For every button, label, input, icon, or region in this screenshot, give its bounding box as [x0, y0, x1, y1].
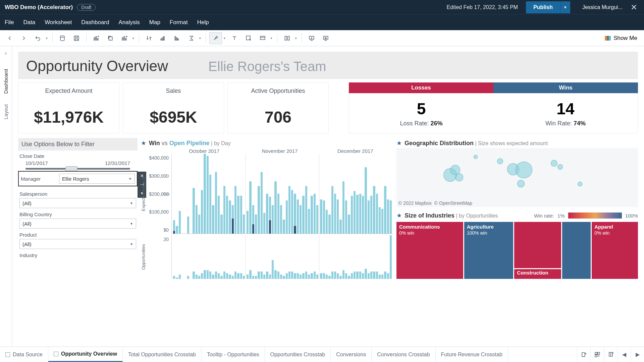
svg-rect-16 [260, 36, 265, 40]
losses-header: Losses [349, 82, 493, 93]
user-name[interactable]: Jessica Murgui... [582, 4, 623, 10]
filter-manager-selected[interactable]: Manager Ellie Rogers▼ ✕ ⊣ ▾ [18, 171, 138, 186]
tab-conversions[interactable]: Conversions [331, 347, 372, 362]
show-cards-icon[interactable] [281, 32, 293, 44]
show-me-button[interactable]: Show Me [601, 35, 641, 42]
publish-button[interactable]: Publish [526, 1, 560, 13]
star-icon: ★ [396, 139, 402, 147]
menu-file[interactable]: File [5, 19, 14, 26]
opportunities-bars[interactable] [171, 235, 393, 279]
show-cards-dropdown-icon[interactable]: ▾ [293, 37, 298, 40]
win-pipeline-chart[interactable]: ★ Win vs Open Pipeline | by Day October … [141, 138, 393, 279]
kpi-losses-wins[interactable]: Losses Wins 5 Loss Rate: 26% 14 Win Rate… [349, 82, 638, 133]
svg-rect-9 [161, 39, 162, 40]
duplicate-icon[interactable] [104, 32, 117, 44]
side-tab-dashboard[interactable]: Dashboard [3, 64, 9, 99]
sheet-tabs: Data Source Opportunity Overview Total O… [0, 347, 644, 362]
datasource-icon [5, 352, 10, 357]
expand-panel-icon[interactable]: › [5, 50, 7, 56]
toolbar: ▾ ▾ ▾ ▾ ▾ ▾ Show Me [0, 30, 644, 46]
dashboard-header: Opportunity Overview Ellie Rogers's Team [18, 52, 638, 79]
product-dropdown[interactable]: (All)▼ [19, 239, 136, 249]
totals-icon[interactable] [185, 32, 198, 44]
tab-opp-crosstab[interactable]: Opportunities Crosstab [265, 347, 331, 362]
svg-rect-17 [285, 36, 286, 40]
tab-data-source[interactable]: Data Source [0, 347, 48, 362]
publish-dropdown[interactable]: ▾ [560, 1, 570, 13]
fit-icon[interactable] [256, 32, 269, 44]
wins-header: Wins [493, 82, 638, 93]
download-icon[interactable] [305, 32, 318, 44]
svg-rect-14 [178, 39, 179, 40]
new-dashboard-icon[interactable] [590, 347, 604, 362]
svg-rect-11 [164, 37, 165, 40]
star-icon: ★ [141, 139, 146, 147]
tab-next-icon[interactable]: ▶ [631, 347, 644, 362]
tab-opportunity-overview[interactable]: Opportunity Overview [48, 347, 123, 362]
new-story-icon[interactable] [604, 347, 617, 362]
sort-desc-icon[interactable] [171, 32, 183, 44]
svg-rect-22 [595, 352, 597, 354]
annotate-icon[interactable] [242, 32, 255, 44]
kpi-expected[interactable]: Expected Amount $11,976K [18, 82, 119, 133]
win-rate: Win Rate: 74% [545, 120, 586, 127]
svg-rect-24 [595, 355, 597, 357]
menu-help[interactable]: Help [197, 19, 209, 26]
svg-rect-5 [109, 37, 112, 40]
undo-dropdown-icon[interactable]: ▾ [44, 37, 49, 40]
menu-bar: File Data Worksheet Dashboard Analysis M… [0, 14, 644, 30]
last-edited: Edited Feb 17, 2022, 3:45 PM [447, 4, 518, 10]
menu-format[interactable]: Format [170, 19, 188, 26]
page-title: Opportunity Overview [26, 58, 168, 74]
manager-dropdown[interactable]: Ellie Rogers▼ [59, 174, 135, 184]
tab-tooltip-opp[interactable]: Tooltip - Opportunities [202, 347, 265, 362]
wins-value: 14 [556, 100, 574, 118]
svg-rect-2 [94, 38, 95, 40]
fit-dropdown-icon[interactable]: ▾ [269, 37, 274, 40]
clear-icon[interactable] [118, 32, 131, 44]
winrate-gradient [568, 213, 622, 219]
new-data-icon[interactable] [56, 32, 69, 44]
undo-icon[interactable] [32, 32, 44, 44]
tab-prev-icon[interactable]: ◀ [617, 347, 631, 362]
save-icon[interactable] [70, 32, 83, 44]
kpi-sales[interactable]: Sales $695K [123, 82, 224, 133]
presentation-icon[interactable] [319, 32, 332, 44]
back-icon[interactable] [3, 32, 16, 44]
menu-data[interactable]: Data [23, 19, 35, 26]
salesperson-dropdown[interactable]: (All)▼ [19, 198, 136, 208]
tab-future-revenue[interactable]: Future Revenue Crosstab [436, 347, 508, 362]
sort-asc-icon[interactable] [157, 32, 169, 44]
dashboard-icon [54, 352, 58, 356]
industries-treemap[interactable]: Communications0% win Agriculture100% win… [396, 222, 638, 279]
totals-dropdown-icon[interactable]: ▾ [198, 37, 202, 40]
highlight-dropdown-icon[interactable]: ▾ [222, 37, 227, 40]
forward-icon[interactable] [17, 32, 30, 44]
close-icon[interactable]: ✕ [629, 3, 639, 12]
kpi-active[interactable]: Active Opportunities 706 [227, 82, 329, 133]
svg-rect-18 [288, 36, 289, 40]
filter-panel-header: Use Options Below to Filter [18, 138, 138, 150]
svg-rect-4 [97, 38, 98, 40]
text-icon[interactable] [228, 32, 241, 44]
billing-dropdown[interactable]: (All)▼ [19, 219, 136, 229]
new-worksheet-icon[interactable] [90, 32, 103, 44]
svg-point-0 [60, 36, 64, 37]
menu-worksheet[interactable]: Worksheet [45, 19, 72, 26]
tab-total-opp[interactable]: Total Opportunities Crosstab [123, 347, 202, 362]
swap-icon[interactable] [143, 32, 155, 44]
side-panel-tabs: › Dashboard Layout [0, 46, 12, 347]
close-date-end: 12/31/2017 [105, 160, 130, 166]
clear-dropdown-icon[interactable]: ▾ [131, 37, 136, 40]
team-subtitle: Ellie Rogers's Team [208, 59, 326, 74]
menu-dashboard[interactable]: Dashboard [81, 19, 109, 26]
new-sheet-icon[interactable] [577, 347, 590, 362]
close-date-slider[interactable] [25, 168, 130, 170]
menu-map[interactable]: Map [149, 19, 160, 26]
tab-conversions-crosstab[interactable]: Conversions Crosstab [372, 347, 435, 362]
highlight-icon[interactable] [209, 32, 222, 44]
geo-map[interactable]: © 2022 Mapbox © OpenStreetMap [396, 148, 638, 207]
side-tab-layout[interactable]: Layout [3, 99, 9, 125]
menu-analysis[interactable]: Analysis [118, 19, 140, 26]
expected-amount-bars[interactable]: AVG [171, 154, 393, 234]
